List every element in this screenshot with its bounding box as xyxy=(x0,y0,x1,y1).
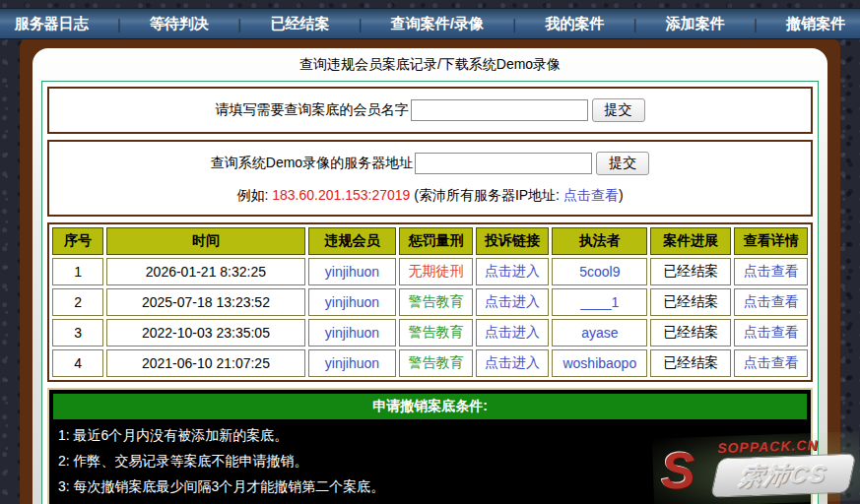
nav-item-6[interactable]: 撤销案件 xyxy=(786,15,845,33)
table-row: 22025-07-18 13:23:52yinjihuon警告教育点击进入___… xyxy=(52,288,808,316)
cell-progress: 已经结案 xyxy=(650,349,731,377)
example-line: 例如: 183.60.201.153:27019 (索沛所有服务器IP地址: 点… xyxy=(49,187,811,205)
nav-item-0[interactable]: 服务器日志 xyxy=(15,15,89,33)
cell-complaint: 点击进入 xyxy=(476,258,550,285)
table-row: 42021-06-10 21:07:25yinjihuon警告教育点击进入wos… xyxy=(52,349,808,377)
col-header-0: 序号 xyxy=(52,227,103,255)
nav-separator: | xyxy=(512,16,516,32)
cell-no: 4 xyxy=(52,349,103,377)
cell-enforcer: woshibaopo xyxy=(552,349,647,377)
demo-query-form: 查询系统Demo录像的服务器地址提交 例如: 183.60.201.153:27… xyxy=(47,140,813,217)
demo-submit-button[interactable]: 提交 xyxy=(596,152,649,175)
cell-detail: 点击查看 xyxy=(734,288,808,316)
server-ip-list-link[interactable]: 点击查看 xyxy=(563,187,619,203)
cell-enforcer: ____1 xyxy=(552,288,647,316)
col-header-2: 违规会员 xyxy=(308,227,397,255)
cell-detail-link[interactable]: 点击查看 xyxy=(744,354,799,370)
cell-detail: 点击查看 xyxy=(734,349,808,377)
cell-complaint: 点击进入 xyxy=(476,319,550,346)
cell-complaint-link[interactable]: 点击进入 xyxy=(485,354,540,370)
cell-time: 2021-06-10 21:07:25 xyxy=(106,349,304,377)
cell-time: 2022-10-03 23:35:05 xyxy=(106,319,304,346)
notice-header: 申请撤销案底条件: xyxy=(52,393,808,420)
example-ip: 183.60.201.153:27019 xyxy=(272,187,410,203)
page-title: 查询违规会员案底记录/下载系统Demo录像 xyxy=(33,48,827,81)
nav-separator: | xyxy=(633,16,637,32)
cell-time: 2026-01-21 8:32:25 xyxy=(106,258,304,285)
cell-detail-link[interactable]: 点击查看 xyxy=(744,324,799,340)
nav-separator: | xyxy=(754,16,758,32)
cell-progress: 已经结案 xyxy=(650,258,731,285)
example-prefix: 例如: xyxy=(236,187,272,203)
col-header-1: 时间 xyxy=(106,227,304,255)
panel: 查询违规会员案底记录/下载系统Demo录像 请填写需要查询案底的会员名字提交 查… xyxy=(33,48,827,504)
nav-item-5[interactable]: 添加案件 xyxy=(666,15,725,33)
cell-complaint-link[interactable]: 点击进入 xyxy=(485,293,540,309)
cell-detail-link[interactable]: 点击查看 xyxy=(744,263,799,279)
cell-progress: 已经结案 xyxy=(650,288,731,316)
col-header-5: 执法者 xyxy=(552,227,647,255)
cell-member-link[interactable]: yinjihuon xyxy=(325,325,379,341)
cell-complaint-link[interactable]: 点击进入 xyxy=(485,263,540,279)
nav-item-4[interactable]: 我的案件 xyxy=(545,15,604,33)
nav-separator: | xyxy=(359,16,363,32)
notice-line-3: 3: 每次撤销案底最少间隔3个月才能撤销第二个案底。 xyxy=(52,474,808,500)
cell-no: 3 xyxy=(52,319,103,346)
cell-progress: 已经结案 xyxy=(650,319,731,346)
notice-line-1: 1: 最近6个月内没有被添加新的案底。 xyxy=(52,423,808,449)
nav-item-2[interactable]: 已经结案 xyxy=(270,15,329,33)
demo-query-label: 查询系统Demo录像的服务器地址 xyxy=(211,155,413,170)
cell-enforcer-link[interactable]: ____1 xyxy=(580,294,619,310)
table-header-row: 序号时间违规会员惩罚量刑投诉链接执法者案件进展查看详情 xyxy=(52,227,808,255)
member-submit-button[interactable]: 提交 xyxy=(592,98,645,122)
cell-penalty: 警告教育 xyxy=(399,288,473,316)
cell-no: 1 xyxy=(52,258,103,285)
content-area: 请填写需要查询案底的会员名字提交 查询系统Demo录像的服务器地址提交 例如: … xyxy=(41,81,819,504)
cell-member: yinjihuon xyxy=(308,349,397,377)
cell-penalty: 警告教育 xyxy=(399,349,473,377)
notice-line-4: 4: 如果有符合撤销资格的案底，上面列表的 “案件进展” 处，会有 “申请撤销”… xyxy=(52,500,808,504)
col-header-4: 投诉链接 xyxy=(476,227,550,255)
cell-enforcer: 5cool9 xyxy=(552,258,647,285)
nav-separator: | xyxy=(237,16,241,32)
cell-no: 2 xyxy=(52,288,103,316)
main-frame: 查询违规会员案底记录/下载系统Demo录像 请填写需要查询案底的会员名字提交 查… xyxy=(20,39,840,504)
cell-enforcer: ayase xyxy=(552,319,647,346)
cell-complaint: 点击进入 xyxy=(476,288,550,316)
col-header-6: 案件进展 xyxy=(650,227,731,255)
cell-time: 2025-07-18 13:23:52 xyxy=(106,288,304,316)
server-address-input[interactable] xyxy=(415,153,592,174)
cell-member: yinjihuon xyxy=(308,288,397,316)
cell-enforcer-link[interactable]: woshibaopo xyxy=(562,355,636,371)
cell-member-link[interactable]: yinjihuon xyxy=(325,294,379,310)
records-table: 序号时间违规会员惩罚量刑投诉链接执法者案件进展查看详情12026-01-21 8… xyxy=(47,222,813,382)
nav-item-3[interactable]: 查询案件/录像 xyxy=(391,15,484,33)
cell-detail: 点击查看 xyxy=(734,258,808,285)
table-row: 32022-10-03 23:35:05yinjihuon警告教育点击进入aya… xyxy=(52,319,808,346)
cell-member-link[interactable]: yinjihuon xyxy=(325,355,379,371)
notice-line-2: 2: 作弊、交易记录等案底不能申请撤销。 xyxy=(52,449,808,474)
nav-item-1[interactable]: 等待判决 xyxy=(150,15,209,33)
member-query-label: 请填写需要查询案底的会员名字 xyxy=(216,101,409,117)
cell-complaint-link[interactable]: 点击进入 xyxy=(485,324,540,340)
top-nav: 服务器日志|等待判决|已经结案|查询案件/录像|我的案件|添加案件|撤销案件 xyxy=(0,8,860,39)
table-row: 12026-01-21 8:32:25yinjihuon无期徒刑点击进入5coo… xyxy=(52,258,808,285)
cell-penalty: 无期徒刑 xyxy=(399,258,473,285)
col-header-3: 惩罚量刑 xyxy=(399,227,473,255)
example-mid: (索沛所有服务器IP地址: xyxy=(410,187,563,203)
cell-penalty: 警告教育 xyxy=(399,319,473,346)
member-name-input[interactable] xyxy=(411,99,588,121)
cell-complaint: 点击进入 xyxy=(476,349,550,377)
cell-enforcer-link[interactable]: ayase xyxy=(581,325,618,341)
cell-enforcer-link[interactable]: 5cool9 xyxy=(579,264,620,280)
cell-member: yinjihuon xyxy=(308,258,397,285)
cell-detail-link[interactable]: 点击查看 xyxy=(744,293,799,309)
col-header-7: 查看详情 xyxy=(734,227,808,255)
notice-box: 申请撤销案底条件: 1: 最近6个月内没有被添加新的案底。2: 作弊、交易记录等… xyxy=(47,388,813,504)
nav-separator: | xyxy=(117,16,121,32)
member-query-form: 请填写需要查询案底的会员名字提交 xyxy=(47,87,813,134)
cell-member-link[interactable]: yinjihuon xyxy=(325,264,379,280)
cell-member: yinjihuon xyxy=(308,319,397,346)
cell-detail: 点击查看 xyxy=(734,319,808,346)
example-suffix: ) xyxy=(619,187,624,203)
